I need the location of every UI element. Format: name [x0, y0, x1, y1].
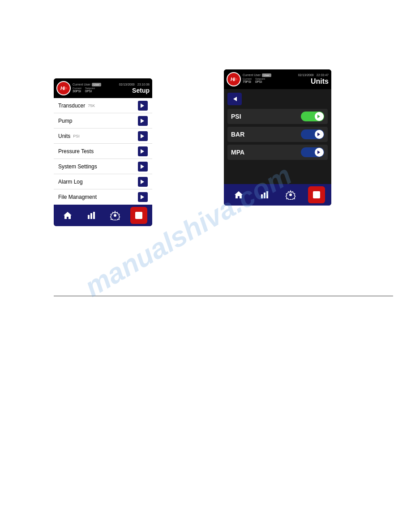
- menu-item-pump[interactable]: Pump: [54, 113, 152, 129]
- unit-option-psi[interactable]: PSI: [227, 109, 328, 124]
- setpoint-value-right: 0PSI: [255, 80, 265, 83]
- svg-rect-6: [261, 194, 263, 198]
- logo-text: HiP: [60, 86, 67, 91]
- menu-item-pressure-tests[interactable]: Pressure Tests: [54, 144, 152, 159]
- toggle-knob-psi: [315, 112, 324, 121]
- right-header: HiP Current User User 02/13/2000 22:33:4…: [224, 69, 331, 89]
- menu-label-file-managment: File Managment: [58, 194, 97, 200]
- menu-label-pressure-tests: Pressure Tests: [58, 148, 94, 154]
- current-value-left: 30PSI: [73, 90, 81, 93]
- toggle-knob-bar: [315, 130, 324, 139]
- settings-button-right[interactable]: [282, 186, 299, 203]
- home-button-left[interactable]: [59, 207, 76, 224]
- setpoint-value-left: 0PSI: [85, 90, 95, 93]
- unit-label-psi: PSI: [231, 113, 241, 120]
- right-header-row2: Current 75PSI Setpoint 0PSI Units: [243, 77, 329, 86]
- menu-item-system-settings[interactable]: System Settings: [54, 159, 152, 174]
- svg-rect-2: [90, 213, 92, 219]
- charts-button-left[interactable]: [83, 207, 100, 224]
- bar-chart-icon-right: [260, 190, 270, 200]
- back-button[interactable]: [227, 93, 242, 105]
- left-header-info: Current User User 02/13/2000 23:10:08 Cu…: [73, 83, 150, 94]
- toggle-bar[interactable]: [301, 129, 324, 139]
- stop-button-right[interactable]: [308, 186, 325, 203]
- header-time-left: 23:10:08: [137, 83, 150, 86]
- units-content: PSI BAR MPA: [224, 89, 331, 184]
- menu-item-system-left: System Settings: [58, 163, 97, 170]
- menu-item-transducer-left: Transducer 75K: [58, 103, 95, 109]
- svg-marker-5: [235, 191, 243, 198]
- current-sub-right: Current 75PSI: [243, 77, 252, 86]
- arrow-pressure-tests: [138, 146, 148, 156]
- menu-item-transducer[interactable]: Transducer 75K: [54, 98, 152, 113]
- setpoint-sub-left: Setpoint 0PSI: [85, 87, 95, 94]
- menu-label-alarm-log: Alarm Log: [58, 179, 83, 185]
- right-toolbar: [224, 184, 331, 206]
- menu-item-file-managment[interactable]: File Managment: [54, 189, 152, 205]
- menu-label-pump: Pump: [58, 118, 72, 124]
- svg-marker-0: [64, 212, 72, 219]
- menu-item-units[interactable]: Units PSI: [54, 129, 152, 144]
- setup-title: Setup: [132, 87, 150, 94]
- menu-item-alarm-left: Alarm Log: [58, 179, 83, 185]
- current-user-value-right: User: [262, 73, 271, 77]
- menu-label-units: Units: [58, 133, 70, 139]
- stop-icon-left: [135, 212, 142, 219]
- menu-item-file-left: File Managment: [58, 194, 97, 200]
- svg-rect-3: [93, 212, 95, 219]
- right-logo-text: HiP: [231, 77, 237, 82]
- current-value-right: 75PSI: [243, 80, 252, 83]
- svg-rect-8: [266, 191, 268, 198]
- stop-button-left[interactable]: [130, 207, 147, 224]
- menu-item-pump-left: Pump: [58, 118, 72, 124]
- current-user-label-left: Current User: [73, 83, 90, 86]
- device-left: HiP Current User User 02/13/2000 23:10:0…: [54, 78, 152, 226]
- right-logo: HiP: [227, 72, 241, 86]
- menu-item-alarm-log[interactable]: Alarm Log: [54, 174, 152, 189]
- toggle-knob-mpa: [315, 148, 324, 157]
- arrow-file-managment: [138, 192, 148, 202]
- divider: [54, 296, 393, 296]
- header-date-left: 02/13/2000: [119, 83, 135, 86]
- left-header-row2: Current 30PSI Setpoint 0PSI Setup: [73, 87, 150, 94]
- gear-icon-right: [286, 190, 295, 200]
- menu-item-units-left: Units PSI: [58, 133, 80, 139]
- menu-value-transducer: 75K: [88, 103, 95, 108]
- bar-chart-icon-left: [86, 210, 96, 220]
- left-toolbar: [54, 205, 152, 226]
- charts-button-right[interactable]: [256, 186, 273, 203]
- current-sub-left: Current 30PSI: [73, 87, 81, 94]
- current-user-label-right: Current User: [243, 73, 261, 77]
- gear-icon-left: [110, 210, 120, 220]
- device-right: HiP Current User User 02/13/2000 22:33:4…: [224, 69, 331, 206]
- header-date-right: 02/13/2000: [298, 73, 314, 77]
- unit-option-mpa[interactable]: MPA: [227, 145, 328, 160]
- settings-button-left[interactable]: [107, 207, 124, 224]
- spacer: [227, 163, 328, 180]
- home-button-right[interactable]: [230, 186, 247, 203]
- toggle-mpa[interactable]: [301, 147, 324, 157]
- arrow-pump: [138, 116, 148, 126]
- left-header: HiP Current User User 02/13/2000 23:10:0…: [54, 78, 152, 98]
- menu-label-system-settings: System Settings: [58, 163, 97, 170]
- page-container: manualshiva.com HiP Current User User 02…: [0, 0, 411, 532]
- toggle-psi[interactable]: [301, 112, 324, 121]
- arrow-transducer: [138, 101, 148, 111]
- stop-icon-right: [313, 191, 320, 198]
- header-time-right: 22:33:47: [317, 73, 329, 77]
- home-icon-right: [234, 190, 244, 200]
- svg-rect-7: [264, 193, 265, 198]
- unit-option-bar[interactable]: BAR: [227, 127, 328, 142]
- right-header-info: Current User User 02/13/2000 22:33:47 Cu…: [243, 73, 329, 86]
- current-user-value-left: User: [92, 83, 101, 86]
- arrow-alarm-log: [138, 177, 148, 187]
- menu-label-transducer: Transducer: [58, 103, 85, 109]
- home-icon-left: [63, 210, 73, 220]
- unit-label-mpa: MPA: [231, 149, 244, 156]
- left-header-row1: Current User User 02/13/2000 23:10:08: [73, 83, 150, 86]
- menu-value-units: PSI: [73, 134, 80, 138]
- setpoint-sub-right: Setpoint 0PSI: [255, 77, 265, 86]
- svg-point-9: [289, 193, 292, 196]
- arrow-units: [138, 131, 148, 141]
- unit-label-bar: BAR: [231, 131, 244, 138]
